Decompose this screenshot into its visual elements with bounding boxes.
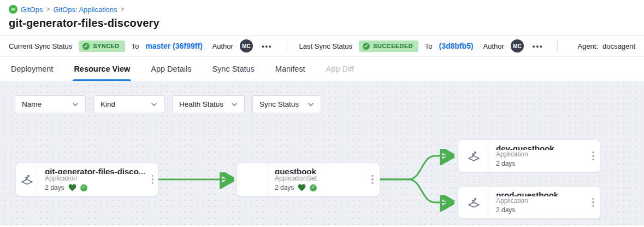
filter-label: Sync Status: [259, 100, 299, 108]
tab-bar: Deployment Resource View App Details Syn…: [0, 57, 644, 81]
sync-check-icon: ✓: [80, 184, 87, 191]
filter-label: Name: [22, 100, 42, 108]
filter-row: Name Kind Health Status Sync Status: [15, 95, 321, 113]
edge-appset-to-dev: [381, 156, 451, 179]
node-menu-kebab-icon[interactable]: [147, 163, 158, 196]
chevron-down-icon: [308, 102, 314, 107]
sync-status-bar: Current Sync Status ✓ SYNCED To master (…: [0, 35, 644, 57]
agent-value: docsagent: [602, 42, 635, 50]
divider: [557, 40, 558, 51]
current-sync-status-badge: ✓ SYNCED: [79, 40, 125, 52]
application-deploy-icon: [20, 172, 34, 187]
node-icon-box: [458, 187, 489, 218]
last-sync-status-label: Last Sync Status: [299, 42, 353, 50]
chevron-down-icon: [72, 102, 79, 107]
breadcrumb: ∞ GitOps > GitOps: Applications >: [9, 5, 635, 14]
node-body: git-generator-files-disco... Application…: [38, 163, 147, 196]
graph-node-guestbook[interactable]: guestbook ApplicationSet 2 days ✓: [237, 162, 380, 196]
node-age: 2 days: [496, 159, 515, 168]
node-title: dev-guestbook: [496, 144, 584, 150]
node-icon-box: [237, 163, 268, 196]
agent-label: Agent:: [577, 42, 598, 50]
node-body: guestbook ApplicationSet 2 days ✓: [268, 163, 365, 196]
health-heart-icon: [68, 184, 76, 191]
filter-health-status-dropdown[interactable]: Health Status: [172, 95, 245, 113]
chevron-down-icon: [151, 102, 157, 107]
last-revision-link[interactable]: (3d8bfb5): [439, 42, 474, 50]
tab-app-details[interactable]: App Details: [151, 57, 191, 81]
check-circle-icon: ✓: [82, 43, 90, 50]
node-title: prod-guestbook: [496, 190, 584, 196]
last-author-label: Author: [483, 42, 504, 50]
current-revision-link[interactable]: master (36f99ff): [145, 42, 202, 50]
last-author-avatar[interactable]: MC: [511, 39, 524, 53]
current-sync-status-label: Current Sync Status: [9, 42, 72, 50]
badge-label: SYNCED: [93, 43, 119, 49]
last-to-label: To: [425, 42, 433, 50]
divider: [287, 40, 287, 51]
breadcrumb-gitops-applications[interactable]: GitOps: Applications: [53, 5, 117, 14]
node-menu-kebab-icon[interactable]: [586, 140, 600, 172]
current-author-avatar[interactable]: MC: [240, 39, 253, 53]
node-menu-kebab-icon[interactable]: [365, 163, 380, 196]
health-heart-icon: [298, 184, 306, 191]
breadcrumb-gitops[interactable]: GitOps: [21, 5, 43, 14]
page-title: git-generator-files-discovery: [9, 17, 635, 30]
node-age: 2 days: [45, 183, 64, 193]
node-kind: ApplicationSet: [275, 174, 363, 183]
graph-node-git-generator[interactable]: git-generator-files-disco... Application…: [15, 162, 158, 196]
application-deploy-icon: [466, 149, 481, 164]
node-body: prod-guestbook Application 2 days: [489, 187, 586, 218]
current-to-label: To: [132, 42, 139, 50]
tab-sync-status[interactable]: Sync Status: [212, 57, 254, 81]
node-kind: Application: [45, 174, 145, 183]
current-author-label: Author: [212, 42, 233, 50]
sync-check-icon: ✓: [310, 184, 317, 191]
node-menu-kebab-icon[interactable]: [586, 187, 600, 218]
breadcrumb-separator: >: [121, 5, 125, 13]
current-more-menu-icon[interactable]: •••: [259, 42, 275, 50]
node-title: guestbook: [275, 167, 363, 174]
last-more-menu-icon[interactable]: •••: [530, 42, 546, 50]
last-sync-status-badge: ✓ SUCCEEDED: [359, 40, 418, 52]
resource-graph-canvas[interactable]: Name Kind Health Status Sync Status: [0, 81, 644, 225]
application-deploy-icon: [466, 195, 481, 210]
filter-name-dropdown[interactable]: Name: [15, 95, 86, 113]
tab-deployment[interactable]: Deployment: [11, 57, 53, 81]
agent-info: Agent: docsagent: [577, 42, 635, 50]
tab-app-diff: App Diff: [326, 57, 354, 81]
node-kind: Application: [496, 150, 584, 159]
graph-node-prod-guestbook[interactable]: prod-guestbook Application 2 days: [458, 186, 601, 219]
filter-label: Kind: [101, 100, 115, 108]
node-icon-box: [16, 163, 38, 196]
node-icon-box: [458, 140, 489, 172]
filter-kind-dropdown[interactable]: Kind: [93, 95, 164, 113]
badge-label: SUCCEEDED: [373, 43, 413, 49]
filter-sync-status-dropdown[interactable]: Sync Status: [252, 95, 321, 113]
tab-manifest[interactable]: Manifest: [275, 57, 305, 81]
node-kind: Application: [496, 196, 584, 205]
filter-label: Health Status: [179, 100, 223, 108]
node-title: git-generator-files-disco...: [45, 167, 145, 174]
edge-appset-to-prod: [381, 179, 451, 202]
page-header: ∞ GitOps > GitOps: Applications > git-ge…: [0, 0, 644, 35]
gitops-logo-icon: ∞: [9, 5, 17, 14]
breadcrumb-separator: >: [46, 5, 50, 13]
node-age: 2 days: [275, 183, 294, 193]
node-body: dev-guestbook Application 2 days: [489, 140, 586, 172]
check-circle-icon: ✓: [363, 43, 370, 50]
chevron-down-icon: [231, 102, 238, 107]
tab-resource-view[interactable]: Resource View: [74, 57, 130, 81]
graph-node-dev-guestbook[interactable]: dev-guestbook Application 2 days: [458, 139, 601, 172]
node-age: 2 days: [496, 205, 515, 215]
